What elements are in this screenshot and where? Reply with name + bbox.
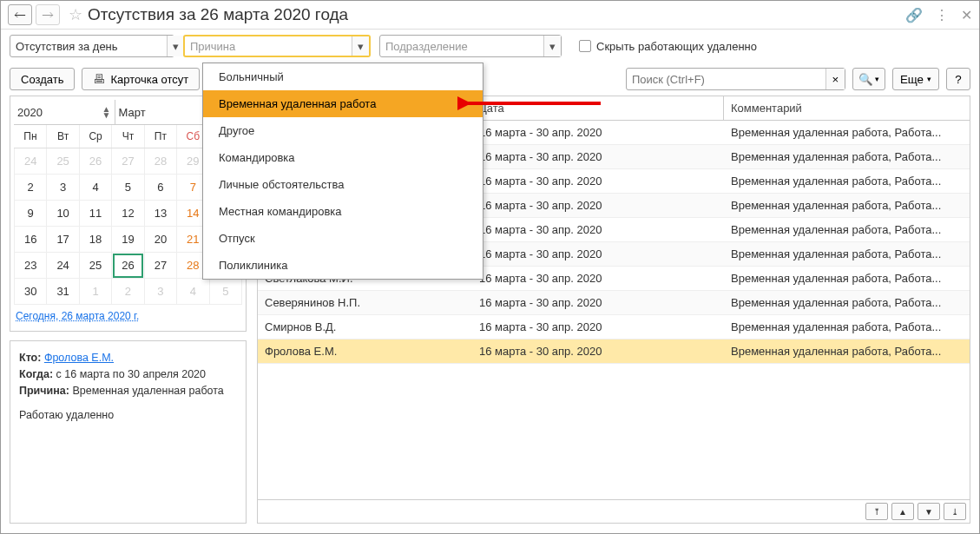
calendar-day[interactable]: 5 bbox=[112, 175, 144, 201]
filter-bar: ▾ ▾ ▾ Скрыть работающих удаленно bbox=[1, 30, 979, 63]
calendar-day[interactable]: 5 bbox=[209, 279, 241, 305]
favorite-icon[interactable]: ☆ bbox=[69, 5, 82, 24]
calendar-day[interactable]: 31 bbox=[47, 279, 79, 305]
link-icon[interactable]: 🔗 bbox=[905, 7, 923, 23]
dropdown-item[interactable]: Больничный bbox=[203, 63, 483, 90]
table-row[interactable]: Фролова Е.М.16 марта - 30 апр. 2020Време… bbox=[258, 340, 970, 364]
calendar-day[interactable]: 25 bbox=[47, 148, 79, 175]
calendar-day[interactable]: 26 bbox=[79, 148, 111, 175]
page-title: Отсутствия за 26 марта 2020 года bbox=[88, 5, 905, 24]
titlebar: 🡐 🡒 ☆ Отсутствия за 26 марта 2020 года 🔗… bbox=[1, 1, 979, 30]
calendar-day[interactable]: 12 bbox=[112, 201, 144, 227]
dropdown-item[interactable]: Личные обстоятельства bbox=[203, 171, 483, 198]
calendar-day[interactable]: 13 bbox=[144, 201, 176, 227]
who-link[interactable]: Фролова Е.М. bbox=[44, 352, 114, 364]
view-input[interactable] bbox=[10, 40, 167, 53]
help-button[interactable]: ? bbox=[946, 68, 970, 90]
dropdown-item[interactable]: Местная командировка bbox=[203, 198, 483, 225]
search-input[interactable] bbox=[627, 73, 825, 86]
chevron-down-icon: ▾ bbox=[875, 75, 879, 83]
reason-combo[interactable]: ▾ bbox=[183, 35, 371, 57]
calendar-day[interactable]: 27 bbox=[144, 253, 176, 279]
reason-dropdown-icon[interactable]: ▾ bbox=[352, 36, 369, 56]
forward-button[interactable]: 🡒 bbox=[36, 4, 60, 25]
department-dropdown-icon[interactable]: ▾ bbox=[543, 36, 561, 56]
calendar-day[interactable]: 9 bbox=[15, 201, 47, 227]
calendar-month[interactable]: Март ▲▼ bbox=[115, 100, 217, 124]
calendar-day[interactable]: 23 bbox=[15, 253, 47, 279]
dropdown-item[interactable]: Отпуск bbox=[203, 225, 483, 252]
department-combo[interactable]: ▾ bbox=[379, 35, 562, 57]
calendar-day[interactable]: 16 bbox=[15, 227, 47, 253]
spinner-icon[interactable]: ▲▼ bbox=[102, 106, 111, 118]
calendar-day[interactable]: 28 bbox=[144, 148, 176, 175]
search-menu-button[interactable]: 🔍▾ bbox=[852, 68, 885, 90]
today-link[interactable]: Сегодня, 26 марта 2020 г. bbox=[14, 305, 141, 327]
close-icon[interactable]: ✕ bbox=[961, 7, 972, 23]
dropdown-item[interactable]: Поликлиника bbox=[203, 252, 483, 279]
info-note: Работаю удаленно bbox=[19, 407, 237, 424]
info-panel: Кто: Фролова Е.М. Когда: с 16 марта по 3… bbox=[10, 340, 247, 524]
calendar-day[interactable]: 10 bbox=[47, 201, 79, 227]
more-button[interactable]: Еще▾ bbox=[892, 68, 939, 90]
toolbar: Создать 🖶 Карточка отсут × 🔍▾ Еще▾ ? bbox=[1, 63, 979, 96]
kebab-icon[interactable]: ⋮ bbox=[935, 7, 949, 23]
scroll-up-button[interactable]: ▲ bbox=[891, 503, 914, 520]
search-clear-button[interactable]: × bbox=[825, 69, 845, 89]
calendar-day[interactable]: 4 bbox=[79, 175, 111, 201]
calendar-day[interactable]: 27 bbox=[112, 148, 144, 175]
table-row[interactable]: Смирнов В.Д.16 марта - 30 апр. 2020Време… bbox=[258, 315, 970, 340]
col-date[interactable]: Дата bbox=[472, 96, 724, 120]
calendar-day[interactable]: 25 bbox=[79, 253, 111, 279]
back-button[interactable]: 🡐 bbox=[8, 4, 32, 25]
calendar-day[interactable]: 2 bbox=[15, 175, 47, 201]
dropdown-item[interactable]: Другое bbox=[203, 117, 483, 144]
card-button[interactable]: 🖶 Карточка отсут bbox=[82, 68, 200, 90]
calendar-day[interactable]: 20 bbox=[144, 227, 176, 253]
calendar-day[interactable]: 24 bbox=[15, 148, 47, 175]
calendar-day[interactable]: 4 bbox=[177, 279, 209, 305]
department-input[interactable] bbox=[380, 40, 543, 53]
chevron-down-icon: ▾ bbox=[927, 75, 931, 83]
scroll-bottom-button[interactable]: ⤓ bbox=[944, 503, 966, 520]
calendar-day[interactable]: 26 bbox=[112, 253, 144, 279]
view-combo[interactable]: ▾ bbox=[10, 35, 174, 57]
scroll-top-button[interactable]: ⤒ bbox=[865, 503, 888, 520]
search-box[interactable]: × bbox=[626, 68, 845, 90]
dropdown-item[interactable]: Временная удаленная работа bbox=[203, 90, 483, 117]
view-dropdown-icon[interactable]: ▾ bbox=[167, 36, 184, 56]
col-comment[interactable]: Комментарий bbox=[724, 96, 970, 120]
calendar-day[interactable]: 11 bbox=[79, 201, 111, 227]
calendar-day[interactable]: 6 bbox=[144, 175, 176, 201]
calendar-day[interactable]: 24 bbox=[47, 253, 79, 279]
hide-remote-checkbox[interactable] bbox=[579, 40, 591, 52]
table-row[interactable]: Северянинов Н.П.16 марта - 30 апр. 2020В… bbox=[258, 291, 970, 315]
calendar-day[interactable]: 1 bbox=[79, 279, 111, 305]
calendar-day[interactable]: 3 bbox=[144, 279, 176, 305]
calendar-day[interactable]: 3 bbox=[47, 175, 79, 201]
dropdown-item[interactable]: Командировка bbox=[203, 144, 483, 171]
create-button[interactable]: Создать bbox=[10, 68, 75, 90]
calendar-day[interactable]: 19 bbox=[112, 227, 144, 253]
scroll-down-button[interactable]: ▼ bbox=[918, 503, 940, 520]
table-footer: ⤒ ▲ ▼ ⤓ bbox=[258, 499, 970, 523]
reason-dropdown[interactable]: БольничныйВременная удаленная работаДруг… bbox=[202, 63, 483, 280]
reason-input[interactable] bbox=[185, 40, 352, 53]
calendar-day[interactable]: 18 bbox=[79, 227, 111, 253]
hide-remote-label: Скрыть работающих удаленно bbox=[596, 40, 757, 53]
calendar-day[interactable]: 17 bbox=[47, 227, 79, 253]
calendar-day[interactable]: 2 bbox=[112, 279, 144, 305]
calendar-year[interactable]: 2020 ▲▼ bbox=[14, 100, 115, 124]
magnifier-icon: 🔍 bbox=[858, 73, 873, 86]
calendar-day[interactable]: 30 bbox=[15, 279, 47, 305]
print-icon: 🖶 bbox=[93, 72, 105, 86]
